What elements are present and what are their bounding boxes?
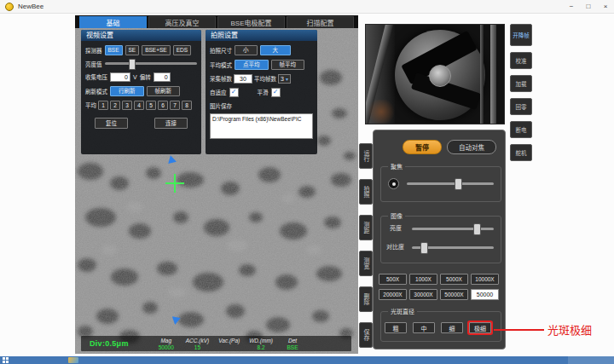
contrast-slider-handle[interactable] (420, 242, 428, 254)
average-4-button[interactable]: 4 (134, 101, 144, 110)
point-average-button[interactable]: 点平均 (235, 60, 269, 70)
line-refresh-button[interactable]: 行刷新 (110, 86, 144, 96)
photo-size-label: 拍照尺寸 (210, 46, 232, 55)
spot-fine-button[interactable]: 细 (441, 322, 463, 333)
frame-average-button[interactable]: 帧平均 (271, 60, 305, 70)
mag-30000x-button[interactable]: 30000X (409, 289, 437, 300)
size-large-button[interactable]: 大 (260, 45, 292, 55)
stat-acc-value: 15 (194, 344, 200, 350)
app-icon (5, 3, 14, 11)
average-5-button[interactable]: 5 (146, 101, 156, 110)
average-6-button[interactable]: 6 (158, 101, 168, 110)
run-button[interactable]: 运行 (359, 143, 373, 169)
brightness-value-slider-handle[interactable] (129, 59, 136, 70)
home-zero-button[interactable]: 回零 (510, 98, 532, 115)
brightness-slider-handle[interactable] (473, 223, 481, 235)
annotation-line (494, 329, 544, 331)
servo-button[interactable]: 舵机 (510, 144, 532, 161)
capture-frames-label: 采集帧数 (210, 74, 232, 83)
tab-hv-vacuum[interactable]: 高压及真空 (148, 16, 216, 28)
detector-se-button[interactable]: SE (125, 45, 140, 55)
mag-5000x-button[interactable]: 5000X (440, 274, 468, 285)
sem-live-image[interactable]: 视频设置 探测器 BSE SE BSE+SE EDS 亮度值 收集电压 V 偏转 (75, 28, 358, 354)
smooth-checkbox[interactable]: ✓ (271, 88, 281, 97)
calibrate-button[interactable]: 校准 (510, 52, 532, 69)
taskbar-widget-icon[interactable] (68, 357, 78, 363)
average-1-button[interactable]: 1 (98, 101, 108, 110)
mag-50000x-button[interactable]: 50000X (440, 289, 468, 300)
mag-500x-button[interactable]: 500X (379, 274, 407, 285)
avg-frames-dropdown[interactable]: 3 ▾ (278, 74, 291, 84)
average-8-button[interactable]: 8 (182, 101, 192, 110)
smooth-label: 平滑 (258, 88, 269, 96)
mag-input[interactable] (471, 289, 499, 300)
focus-radio[interactable] (388, 178, 399, 189)
size-small-button[interactable]: 小 (235, 45, 258, 55)
detector-bse-button[interactable]: BSE (105, 45, 123, 55)
minimize-button[interactable]: − (563, 0, 580, 13)
tab-scan-config[interactable]: 扫描配置 (287, 16, 354, 28)
brightness-slider[interactable] (412, 228, 494, 230)
stat-acc: ACC.(kV) 15 (186, 338, 209, 350)
image-stats: Mag 50000 ACC.(kV) 15 Vac.(Pa) WD.(mm) 8… (156, 338, 303, 350)
focus-slider-handle[interactable] (455, 178, 462, 190)
spot-medium-button[interactable]: 中 (413, 322, 435, 333)
stat-mag: Mag 50000 (156, 338, 177, 350)
save-path-box[interactable]: D:\Program Files (x86)\NewBee\PIC (210, 113, 313, 139)
focus-slider[interactable] (407, 182, 494, 185)
contrast-slider[interactable] (412, 246, 494, 249)
spot-coarse-button[interactable]: 粗 (385, 322, 407, 333)
start-button[interactable] (3, 357, 9, 363)
brightness-value-label: 亮度值 (85, 60, 102, 68)
mag-10000x-button[interactable]: 10000X (471, 274, 499, 285)
control-panel: 暂停 自动对焦 聚焦 图像 亮度 对比度 500X 1000X 5000X 10… (373, 130, 506, 350)
capture-frames-input[interactable] (234, 74, 252, 84)
capture-button[interactable]: 拍照 (359, 179, 373, 205)
average-3-button[interactable]: 3 (122, 101, 132, 110)
chamber-warm-glow (366, 100, 397, 124)
close-button[interactable]: × (597, 0, 614, 13)
brightness-value-slider[interactable] (105, 62, 198, 65)
average-7-button[interactable]: 7 (170, 101, 180, 110)
reset-button[interactable]: 复位 (95, 118, 128, 130)
spot-size-row: 粗 中 细 极细 (385, 322, 491, 333)
titlebar: NewBee − □ × (0, 0, 614, 14)
chevron-down-icon: ▾ (286, 76, 288, 82)
autofocus-button[interactable]: 自动对焦 (447, 140, 496, 154)
load-button[interactable]: 加载 (510, 75, 532, 92)
spot-extra-fine-button[interactable]: 极细 (469, 322, 491, 333)
delete-button[interactable]: 删除 (359, 286, 373, 312)
sample-stub (429, 65, 451, 87)
collect-voltage-label: 收集电压 (85, 72, 107, 81)
stage-marker-bottom-icon[interactable] (171, 316, 180, 326)
mag-1000x-button[interactable]: 1000X (409, 274, 437, 285)
connect-button[interactable]: 连接 (154, 118, 188, 130)
mag-20000x-button[interactable]: 20000X (379, 289, 407, 300)
image-status-bar: Div:0.5μm Mag 50000 ACC.(kV) 15 Vac.(Pa) (81, 336, 351, 351)
adaptive-checkbox[interactable]: ✓ (229, 88, 239, 97)
stat-wd-value: 8.2 (258, 344, 265, 350)
collect-voltage-input[interactable] (110, 72, 130, 82)
tab-basic[interactable]: 基础 (79, 16, 147, 28)
detector-bse-se-button[interactable]: BSE+SE (142, 45, 170, 55)
stat-mag-value: 50000 (159, 344, 174, 350)
system-tray[interactable] (568, 356, 614, 364)
avg-frames-value: 3 (281, 76, 284, 82)
frame-refresh-button[interactable]: 帧刷新 (147, 86, 181, 96)
maximize-button[interactable]: □ (580, 0, 597, 13)
detector-eds-button[interactable]: EDS (173, 45, 191, 55)
window-controls: − □ × (563, 0, 614, 13)
measure-width-button[interactable]: 测宽 (359, 251, 373, 276)
power-off-button[interactable]: 断电 (510, 121, 532, 138)
right-button-strip: 开降帧 校准 加载 回零 断电 舵机 (510, 24, 532, 161)
save-button[interactable]: 保存 (359, 322, 373, 348)
average-2-button[interactable]: 2 (110, 101, 120, 110)
frame-lift-button[interactable]: 开降帧 (510, 24, 532, 46)
pause-button[interactable]: 暂停 (403, 140, 442, 154)
measure-distance-button[interactable]: 测距 (359, 215, 373, 240)
tab-bar: 基础 高压及真空 BSE电极配置 扫描配置 (75, 15, 358, 28)
brightness-label: 亮度 (390, 223, 402, 232)
tab-bse-electrode-config[interactable]: BSE电极配置 (217, 16, 285, 28)
sem-main-area: 基础 高压及真空 BSE电极配置 扫描配置 (75, 15, 358, 354)
deflection-input[interactable] (154, 72, 171, 82)
